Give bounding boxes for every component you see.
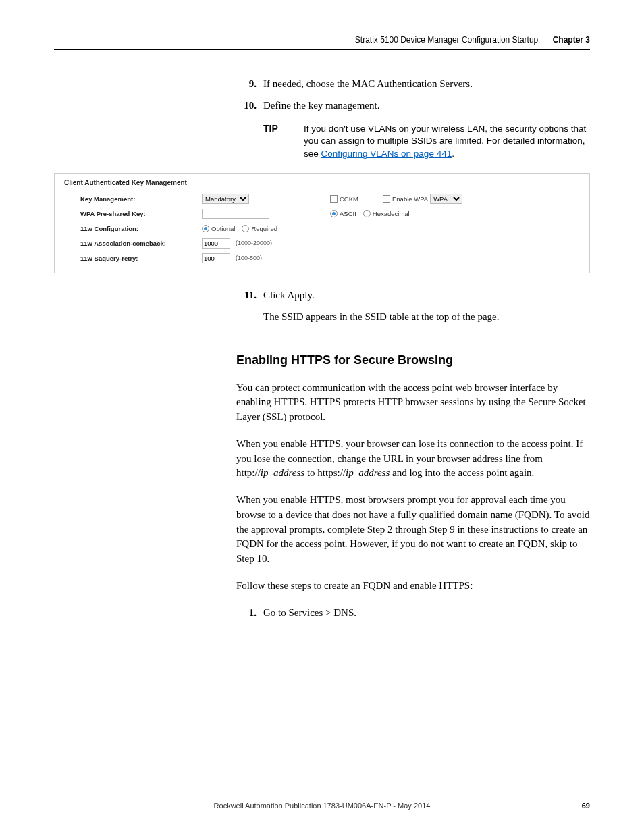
page-number: 69 xyxy=(582,802,590,810)
tip-link[interactable]: Configuring VLANs on page 441 xyxy=(321,149,452,159)
input-wpa-psk[interactable] xyxy=(202,209,269,219)
step-1b: 1. Go to Services > DNS. xyxy=(236,606,590,621)
select-key-management[interactable]: Mandatory xyxy=(202,194,249,204)
header-chapter: Chapter 3 xyxy=(553,35,590,45)
checkbox-cckm[interactable]: CCKM xyxy=(330,195,358,203)
step-11-text: Click Apply. xyxy=(263,288,590,303)
checkbox-icon xyxy=(383,195,390,203)
label-11w-config: 11w Configuration: xyxy=(80,225,202,232)
section-heading: Enabling HTTPS for Secure Browsing xyxy=(236,353,590,367)
tip-body: If you don't use VLANs on your wireless … xyxy=(304,123,590,161)
radio-optional[interactable]: Optional xyxy=(202,225,235,232)
para-3: When you enable HTTPS, most browsers pro… xyxy=(236,493,590,567)
radio-icon xyxy=(363,210,371,217)
label-11w-association: 11w Association-comeback: xyxy=(80,240,202,247)
para-2: When you enable HTTPS, your browser can … xyxy=(236,437,590,481)
select-wpa-version[interactable]: WPA xyxy=(430,194,462,204)
page-header: Stratix 5100 Device Manager Configuratio… xyxy=(54,35,590,50)
panel-heading: Client Authenticated Key Management xyxy=(64,179,580,186)
tip-label: TIP xyxy=(263,123,304,161)
step-10-text: Define the key management. xyxy=(263,99,590,113)
row-wpa-psk: WPA Pre-shared Key: ASCII Hexadecimal xyxy=(80,208,580,219)
key-management-panel: Client Authenticated Key Management Key … xyxy=(54,173,590,273)
step-10-number: 10. xyxy=(236,99,257,113)
label-cckm: CCKM xyxy=(340,195,358,203)
radio-hex[interactable]: Hexadecimal xyxy=(363,210,410,217)
input-association-comeback[interactable] xyxy=(202,238,230,249)
tip-block: TIP If you don't use VLANs on your wirel… xyxy=(263,123,590,161)
label-required: Required xyxy=(251,225,277,232)
checkbox-enable-wpa[interactable]: Enable WPA xyxy=(383,195,428,203)
header-doc-title: Stratix 5100 Device Manager Configuratio… xyxy=(355,35,538,45)
label-hex: Hexadecimal xyxy=(373,210,410,217)
hint-saquery: (100-500) xyxy=(236,255,262,261)
label-enable-wpa: Enable WPA xyxy=(392,195,428,203)
label-key-management: Key Management: xyxy=(80,195,202,203)
para-2-c: and log into the access point again. xyxy=(390,467,534,478)
step-11-number: 11. xyxy=(236,288,257,303)
para-2-italic-1: ip_address xyxy=(261,467,304,478)
radio-icon xyxy=(202,225,209,232)
radio-required[interactable]: Required xyxy=(242,225,277,232)
hint-association: (1000-20000) xyxy=(236,240,272,246)
footer-publication: Rockwell Automation Publication 1783-UM0… xyxy=(0,802,644,810)
input-saquery-retry[interactable] xyxy=(202,253,230,263)
step-1b-number: 1. xyxy=(236,606,257,621)
step-11-result: The SSID appears in the SSID table at th… xyxy=(263,310,590,325)
label-optional: Optional xyxy=(211,225,235,232)
step-9-text: If needed, choose the MAC Authentication… xyxy=(263,77,590,92)
para-1: You can protect communication with the a… xyxy=(236,381,590,425)
checkbox-icon xyxy=(330,195,338,203)
radio-ascii[interactable]: ASCII xyxy=(330,210,356,217)
row-11w-config: 11w Configuration: Optional Required xyxy=(80,223,580,234)
label-11w-saquery: 11w Saquery-retry: xyxy=(80,255,202,262)
step-1b-text: Go to Services > DNS. xyxy=(263,606,590,621)
row-11w-association: 11w Association-comeback: (1000-20000) xyxy=(80,238,580,249)
label-ascii: ASCII xyxy=(340,210,356,217)
step-10: 10. Define the key management. xyxy=(236,99,590,113)
radio-icon xyxy=(242,225,249,232)
row-11w-saquery: 11w Saquery-retry: (100-500) xyxy=(80,253,580,263)
para-2-italic-2: ip_address xyxy=(346,467,390,478)
step-9-number: 9. xyxy=(236,77,257,92)
row-key-management: Key Management: Mandatory CCKM Enable W xyxy=(80,193,580,204)
label-wpa-psk: WPA Pre-shared Key: xyxy=(80,210,202,217)
step-9: 9. If needed, choose the MAC Authenticat… xyxy=(236,77,590,92)
para-4: Follow these steps to create an FQDN and… xyxy=(236,579,590,594)
step-11: 11. Click Apply. xyxy=(236,288,590,303)
para-2-b: to https:// xyxy=(304,467,346,478)
radio-icon xyxy=(330,210,338,217)
tip-text-post: . xyxy=(452,149,454,159)
